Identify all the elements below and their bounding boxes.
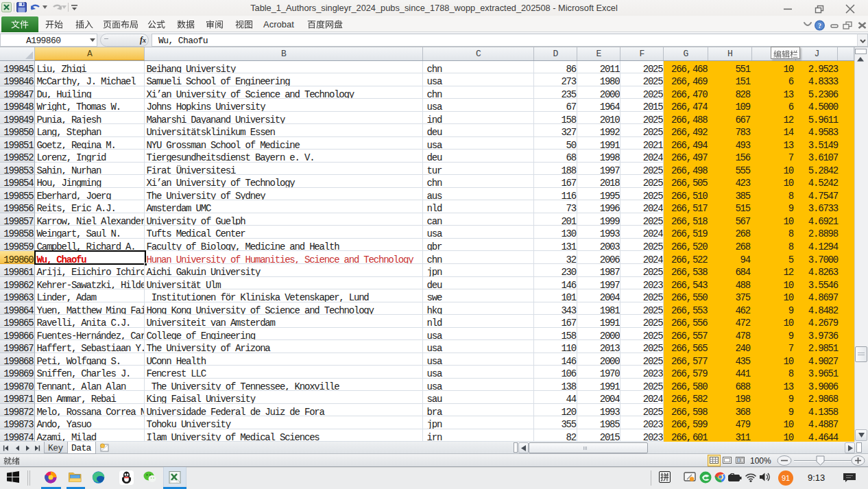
- svg-text:?: ?: [818, 22, 821, 29]
- svg-text:91: 91: [782, 474, 790, 482]
